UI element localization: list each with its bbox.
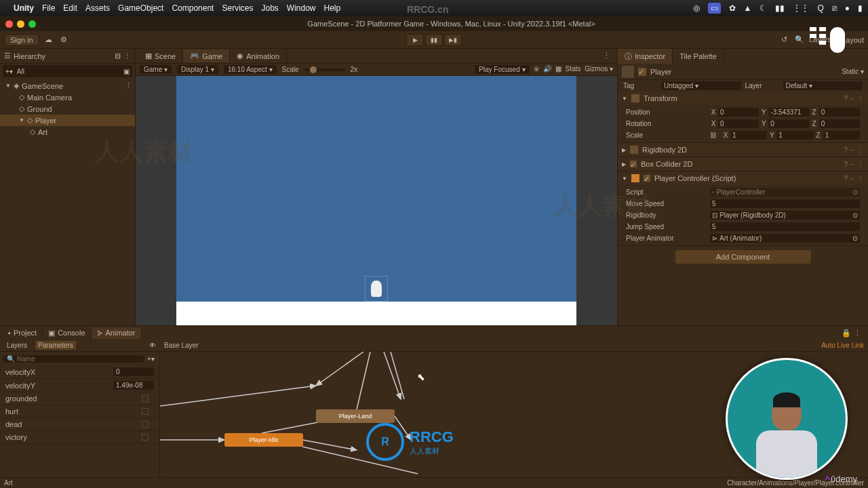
scene-root[interactable]: ▼◈ GameScene ⋮ — [0, 80, 135, 92]
tag-dropdown[interactable]: Untagged ▾ — [661, 81, 741, 90]
grid-icon[interactable]: ▦ — [555, 65, 561, 74]
help-icon[interactable]: ? — [844, 95, 848, 102]
tab-console[interactable]: ▣Console — [43, 327, 91, 339]
param-checkbox[interactable] — [142, 434, 149, 441]
search-icon[interactable]: Q — [817, 3, 823, 13]
close-window-button[interactable] — [5, 20, 13, 28]
hierarchy-options-icon[interactable]: ⋮ — [123, 52, 131, 60]
object-name-field[interactable]: Player — [650, 68, 671, 76]
battery-icon[interactable]: ▮▮ — [775, 3, 785, 13]
param-grounded[interactable]: grounded — [0, 392, 159, 405]
tab-animation[interactable]: ◉Animation — [230, 49, 287, 62]
menu-jobs[interactable]: Jobs — [261, 3, 278, 13]
pause-button[interactable]: ▮▮ — [425, 34, 443, 46]
tab-animator[interactable]: ⊱Animator — [92, 327, 142, 339]
param-checkbox[interactable] — [142, 408, 149, 415]
notification-icon[interactable]: ▮ — [858, 3, 863, 13]
param-checkbox[interactable] — [142, 421, 149, 428]
menu-assets[interactable]: Assets — [85, 3, 110, 13]
gameobject-cube-icon[interactable] — [622, 66, 634, 78]
param-velocityx[interactable]: velocityX0 — [0, 365, 159, 379]
sign-in-button[interactable]: Sign in — [4, 34, 39, 46]
param-checkbox[interactable] — [142, 395, 149, 402]
scale-x-field[interactable]: 1 — [730, 131, 767, 140]
jump-speed-field[interactable]: 5 — [710, 222, 860, 231]
tab-inspector[interactable]: ⓘInspector — [618, 49, 673, 64]
collapse-arrow-icon[interactable]: ▼ — [622, 96, 627, 102]
enabled-checkbox[interactable]: ✓ — [644, 175, 650, 182]
menu-file[interactable]: File — [42, 3, 55, 13]
enabled-checkbox[interactable]: ✓ — [630, 161, 637, 167]
settings-icon[interactable]: ✿ — [729, 3, 736, 13]
display-dropdown[interactable]: Display 1 ▾ — [177, 65, 218, 74]
rotation-z-field[interactable]: 0 — [819, 119, 860, 128]
game-canvas[interactable] — [176, 76, 576, 325]
preset-icon[interactable]: ⎓ — [850, 95, 854, 102]
siri-icon[interactable]: ● — [845, 3, 850, 13]
preset-icon[interactable]: ⎓ — [850, 146, 854, 154]
hierarchy-item-ground[interactable]: ◇Ground — [0, 103, 135, 115]
layer-dropdown[interactable]: Default ▾ — [783, 81, 863, 90]
param-value-field[interactable]: 1.49e-08 — [113, 381, 154, 390]
control-center-icon[interactable]: ⎚ — [832, 3, 837, 13]
layers-dropdown[interactable]: Layers ▾ — [809, 35, 837, 44]
night-icon[interactable]: ☾ — [760, 3, 767, 13]
parameters-tab[interactable]: Parameters — [35, 341, 76, 350]
rotation-x-field[interactable]: 0 — [718, 119, 759, 128]
auto-live-link-button[interactable]: Auto Live Link — [821, 342, 864, 349]
move-speed-field[interactable]: 5 — [710, 199, 860, 208]
param-value-field[interactable]: 0 — [113, 367, 154, 376]
collapse-arrow-icon[interactable]: ▶ — [622, 161, 626, 167]
play-button[interactable]: ▶ — [406, 34, 424, 46]
tab-tile-palette[interactable]: Tile Palette — [673, 49, 724, 64]
rigidbody-ref-field[interactable]: ⊡ Player (Rigidbody 2D)⊙ — [710, 211, 860, 220]
hierarchy-item-player[interactable]: ▼◇Player — [0, 115, 135, 126]
center-options-icon[interactable]: ⋮ — [599, 52, 614, 60]
step-button[interactable]: ▶▮ — [444, 34, 462, 46]
collapse-arrow-icon[interactable]: ▶ — [622, 147, 626, 153]
help-icon[interactable]: ? — [844, 175, 848, 182]
gear-icon[interactable]: ⚙ — [58, 35, 69, 45]
audio-icon[interactable]: 🔊 — [543, 65, 551, 74]
hierarchy-search[interactable]: +▾ All ▣ — [3, 65, 132, 77]
base-layer-breadcrumb[interactable]: Base Layer — [164, 342, 199, 349]
rotation-y-field[interactable]: 0 — [768, 119, 809, 128]
preset-icon[interactable]: ⎓ — [850, 175, 854, 182]
play-focused-dropdown[interactable]: Play Focused ▾ — [475, 65, 529, 74]
static-dropdown[interactable]: Static ▾ — [842, 68, 864, 75]
eye-icon[interactable]: 👁 — [149, 342, 156, 349]
mute-icon[interactable]: ※ — [534, 65, 539, 74]
tab-scene[interactable]: ▦Scene — [138, 49, 183, 62]
lock-icon[interactable]: 🔒 — [842, 329, 851, 338]
hierarchy-lock-icon[interactable]: ⊟ — [115, 52, 121, 60]
vlc-icon[interactable]: ▲ — [744, 3, 752, 13]
gizmos-dropdown[interactable]: Gizmos ▾ — [585, 65, 613, 74]
menu-icon[interactable]: ⋮ — [857, 95, 864, 102]
menu-window[interactable]: Window — [287, 3, 316, 13]
game-mode-dropdown[interactable]: Game ▾ — [140, 65, 172, 74]
scene-options-icon[interactable]: ⋮ — [125, 81, 132, 90]
tab-game[interactable]: 🎮Game — [183, 49, 230, 62]
player-animator-field[interactable]: ⊳ Art (Animator)⊙ — [710, 234, 860, 243]
hierarchy-filter-icon[interactable]: ▣ — [123, 68, 130, 75]
stats-button[interactable]: Stats — [566, 65, 581, 74]
wifi-icon[interactable]: ⋮⋮ — [793, 3, 809, 13]
menu-services[interactable]: Services — [222, 3, 253, 13]
menu-icon[interactable]: ⋮ — [857, 146, 864, 154]
maximize-window-button[interactable] — [28, 20, 36, 28]
help-icon[interactable]: ? — [844, 146, 848, 154]
position-y-field[interactable]: -3.543371 — [768, 108, 809, 117]
help-icon[interactable]: ? — [844, 161, 848, 168]
undo-history-icon[interactable]: ↺ — [779, 35, 790, 45]
object-picker-icon[interactable]: ⊙ — [852, 211, 858, 219]
collapse-arrow-icon[interactable]: ▼ — [622, 176, 627, 182]
layout-dropdown[interactable]: Layout — [842, 36, 864, 44]
menu-help[interactable]: Help — [324, 3, 341, 13]
menu-edit[interactable]: Edit — [63, 3, 77, 13]
plus-icon[interactable]: +▾ — [5, 68, 13, 75]
options-icon[interactable]: ⋮ — [854, 329, 861, 338]
menu-gameobject[interactable]: GameObject — [118, 3, 163, 13]
link-icon[interactable]: ⛓ — [710, 131, 719, 139]
object-picker-icon[interactable]: ⊙ — [852, 188, 858, 196]
screenshare-icon[interactable]: ▭ — [708, 3, 721, 14]
